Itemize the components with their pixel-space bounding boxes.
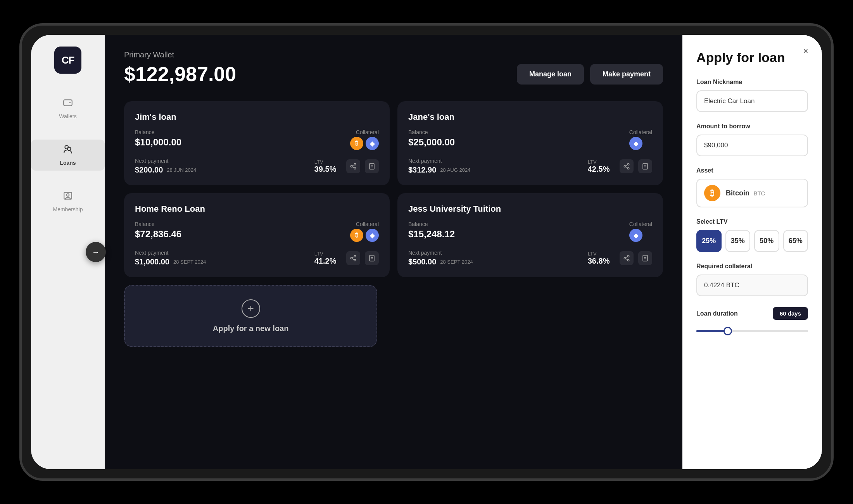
svg-line-9: [352, 164, 354, 166]
loan-row-balance-jess: Balance $15,248.12 Collateral ◆: [408, 221, 652, 242]
share-icon-homereno[interactable]: [346, 251, 360, 265]
expand-arrow-icon: →: [92, 248, 100, 257]
document-icon-janes[interactable]: [638, 159, 652, 173]
collateral-icons-jims: ₿ ◆: [350, 137, 379, 150]
svg-point-23: [354, 259, 356, 261]
eth-icon-homereno: ◆: [366, 229, 379, 242]
share-icon[interactable]: [346, 159, 360, 173]
loan-card-jims[interactable]: Jim's loan Balance $10,000.00 Collateral…: [124, 101, 390, 185]
document-icon-jess[interactable]: [638, 251, 652, 265]
sidebar-item-loans[interactable]: Loans: [31, 140, 105, 171]
loan-row-balance-jims: Balance $10,000.00 Collateral ₿ ◆: [135, 129, 379, 150]
wallets-label: Wallets: [59, 113, 76, 119]
document-icon-homereno[interactable]: [365, 251, 379, 265]
collateral-icons-jess: ◆: [629, 229, 652, 242]
eth-icon: ◆: [366, 137, 379, 150]
document-icon[interactable]: [365, 159, 379, 173]
loan-footer-janes: Next payment $312.90 28 AUG 2024 LTV 42.…: [408, 158, 652, 174]
duration-label: Loan duration: [696, 310, 738, 317]
ltv-homereno: LTV 41.2%: [314, 251, 338, 266]
svg-point-31: [627, 259, 629, 261]
ltv-group: Select LTV 25% 35% 50% 65%: [696, 218, 808, 252]
collateral-icons-homereno: ₿ ◆: [350, 229, 379, 242]
loan-row-balance-homereno: Balance $72,836.46 Collateral ₿ ◆: [135, 221, 379, 242]
close-panel-button[interactable]: ×: [799, 44, 813, 58]
loan-card-jess[interactable]: Jess University Tuition Balance $15,248.…: [397, 193, 663, 277]
wallets-icon: [63, 98, 73, 110]
wallet-header: Primary Wallet $122,987.00 Manage loan M…: [124, 50, 663, 86]
collateral-input[interactable]: [696, 274, 808, 296]
expand-sidebar-button[interactable]: →: [86, 242, 106, 262]
sidebar-item-membership[interactable]: Membership: [31, 186, 105, 217]
loan-card-janes[interactable]: Jane's loan Balance $25,000.00 Collatera…: [397, 101, 663, 185]
loan-title-janes: Jane's loan: [408, 112, 652, 122]
svg-line-8: [352, 167, 354, 168]
ltv-jess: LTV 36.8%: [588, 251, 612, 266]
collateral-icons-janes: ◆: [629, 137, 652, 150]
asset-name: Bitcoin: [726, 189, 749, 197]
svg-point-22: [351, 257, 352, 259]
loan-footer-jims: Next payment $200.00 28 JUN 2024 LTV 39.…: [135, 158, 379, 174]
svg-point-5: [354, 163, 356, 165]
card-actions-jess: [620, 251, 652, 265]
eth-icon-janes: ◆: [629, 137, 642, 150]
wallet-balance-row: $122,987.00 Manage loan Make payment: [124, 62, 663, 86]
duration-header: Loan duration 60 days: [696, 307, 808, 320]
payment-info-jims: Next payment $200.00 28 JUN 2024: [135, 158, 196, 174]
ltv-option-35[interactable]: 35%: [725, 230, 751, 252]
tablet-frame: CF Wallets: [19, 23, 834, 481]
ltv-option-50[interactable]: 50%: [754, 230, 779, 252]
share-icon-janes[interactable]: [620, 159, 634, 173]
card-actions-homereno: [346, 251, 379, 265]
make-payment-button[interactable]: Make payment: [590, 64, 663, 85]
slider-track: [696, 330, 808, 332]
svg-point-30: [624, 257, 626, 259]
asset-selector[interactable]: ₿ Bitcoin BTC: [696, 179, 808, 207]
new-loan-label: Apply for a new loan: [213, 324, 289, 333]
share-icon-jess[interactable]: [620, 251, 634, 265]
loans-grid: Jim's loan Balance $10,000.00 Collateral…: [124, 101, 663, 277]
add-loan-icon: +: [242, 299, 260, 318]
collateral-group: Required collateral: [696, 263, 808, 296]
wallet-actions: Manage loan Make payment: [517, 64, 663, 85]
svg-point-2: [67, 147, 71, 151]
loan-nickname-group: Loan Nickname: [696, 79, 808, 112]
apply-loan-panel: × Apply for loan Loan Nickname Amount to…: [682, 35, 822, 469]
membership-icon: [63, 191, 73, 203]
ltv-option-25[interactable]: 25%: [696, 230, 722, 252]
ltv-option-65[interactable]: 65%: [783, 230, 808, 252]
card-actions-janes: [620, 159, 652, 173]
loan-footer-jess: Next payment $500.00 28 SEPT 2024 LTV 36…: [408, 250, 652, 266]
svg-point-21: [354, 255, 356, 257]
svg-point-15: [627, 167, 629, 169]
duration-badge: 60 days: [773, 307, 808, 320]
new-loan-card[interactable]: + Apply for a new loan: [124, 285, 377, 347]
sidebar-nav: Wallets Loans: [31, 93, 105, 457]
slider-thumb[interactable]: [723, 327, 732, 335]
app-logo: CF: [54, 47, 81, 74]
required-collateral-label: Required collateral: [696, 263, 808, 270]
sidebar-item-wallets[interactable]: Wallets: [31, 93, 105, 124]
asset-group: Asset ₿ Bitcoin BTC: [696, 167, 808, 207]
svg-rect-34: [643, 255, 648, 261]
svg-rect-26: [370, 255, 374, 261]
asset-btc-icon: ₿: [704, 185, 720, 201]
eth-icon-jess: ◆: [629, 229, 642, 242]
svg-line-24: [352, 259, 354, 260]
main-content: Primary Wallet $122,987.00 Manage loan M…: [105, 35, 682, 469]
svg-line-25: [352, 256, 354, 257]
svg-line-16: [625, 167, 627, 168]
svg-line-32: [625, 259, 627, 260]
manage-loan-button[interactable]: Manage loan: [517, 64, 584, 85]
loan-title-jims: Jim's loan: [135, 112, 379, 122]
amount-input[interactable]: [696, 135, 808, 156]
loan-card-homereno[interactable]: Home Reno Loan Balance $72,836.46 Collat…: [124, 193, 390, 277]
ltv-options: 25% 35% 50% 65%: [696, 230, 808, 252]
loan-row-balance-janes: Balance $25,000.00 Collateral ◆: [408, 129, 652, 150]
ltv-jims: LTV 39.5%: [314, 159, 338, 174]
loan-footer-homereno: Next payment $1,000.00 28 SEPT 2024 LTV …: [135, 250, 379, 266]
loan-nickname-input[interactable]: [696, 90, 808, 112]
svg-line-33: [625, 256, 627, 257]
membership-label: Membership: [53, 206, 83, 212]
asset-label: Asset: [696, 167, 808, 174]
